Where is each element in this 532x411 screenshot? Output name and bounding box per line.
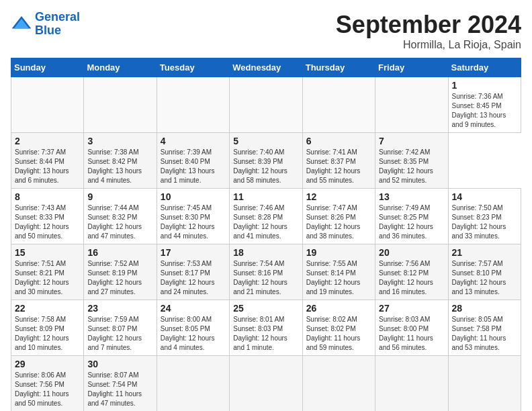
calendar-cell <box>84 77 157 133</box>
calendar-cell <box>448 356 521 412</box>
day-number: 11 <box>233 191 298 202</box>
day-info: Sunrise: 7:47 AM Sunset: 8:26 PM Dayligh… <box>306 203 371 241</box>
calendar-cell: 29Sunrise: 8:06 AM Sunset: 7:56 PM Dayli… <box>11 356 84 412</box>
calendar-table: SundayMondayTuesdayWednesdayThursdayFrid… <box>11 58 521 411</box>
day-info: Sunrise: 8:05 AM Sunset: 7:58 PM Dayligh… <box>452 315 517 353</box>
calendar-cell: 28Sunrise: 8:05 AM Sunset: 7:58 PM Dayli… <box>448 300 521 356</box>
calendar-cell <box>157 77 229 133</box>
dow-header-friday: Friday <box>375 58 448 77</box>
day-info: Sunrise: 7:37 AM Sunset: 8:44 PM Dayligh… <box>15 148 80 185</box>
dow-header-saturday: Saturday <box>448 58 521 77</box>
day-number: 9 <box>87 191 152 202</box>
day-number: 2 <box>15 136 80 146</box>
day-info: Sunrise: 7:49 AM Sunset: 8:25 PM Dayligh… <box>379 203 444 241</box>
day-info: Sunrise: 7:38 AM Sunset: 8:42 PM Dayligh… <box>87 148 152 185</box>
calendar-cell: 4Sunrise: 7:39 AM Sunset: 8:40 PM Daylig… <box>157 133 229 189</box>
logo-line1: General <box>35 10 80 24</box>
calendar-cell: 14Sunrise: 7:50 AM Sunset: 8:23 PM Dayli… <box>448 189 521 244</box>
logo: General Blue <box>11 11 80 38</box>
day-number: 17 <box>161 247 226 258</box>
dow-header-sunday: Sunday <box>11 58 84 77</box>
day-number: 18 <box>233 247 298 258</box>
day-info: Sunrise: 7:51 AM Sunset: 8:21 PM Dayligh… <box>15 259 80 297</box>
calendar-cell: 16Sunrise: 7:52 AM Sunset: 8:19 PM Dayli… <box>84 244 157 300</box>
day-number: 3 <box>87 136 152 146</box>
day-info: Sunrise: 7:52 AM Sunset: 8:19 PM Dayligh… <box>87 259 152 297</box>
calendar-cell: 19Sunrise: 7:55 AM Sunset: 8:14 PM Dayli… <box>302 244 375 300</box>
calendar-cell <box>302 77 375 133</box>
calendar-cell: 10Sunrise: 7:45 AM Sunset: 8:30 PM Dayli… <box>157 189 229 244</box>
day-info: Sunrise: 7:58 AM Sunset: 8:09 PM Dayligh… <box>15 315 80 353</box>
dow-header-monday: Monday <box>84 58 157 77</box>
month-title: September 2024 <box>336 11 521 39</box>
day-info: Sunrise: 7:42 AM Sunset: 8:35 PM Dayligh… <box>379 148 444 185</box>
calendar-cell: 7Sunrise: 7:42 AM Sunset: 8:35 PM Daylig… <box>375 133 448 189</box>
day-info: Sunrise: 8:02 AM Sunset: 8:02 PM Dayligh… <box>306 315 371 353</box>
day-number: 5 <box>233 136 298 146</box>
calendar-cell: 27Sunrise: 8:03 AM Sunset: 8:00 PM Dayli… <box>375 300 448 356</box>
calendar-cell: 6Sunrise: 7:41 AM Sunset: 8:37 PM Daylig… <box>302 133 375 189</box>
calendar-cell: 5Sunrise: 7:40 AM Sunset: 8:39 PM Daylig… <box>230 133 302 189</box>
calendar-cell <box>375 356 448 412</box>
day-info: Sunrise: 8:00 AM Sunset: 8:05 PM Dayligh… <box>161 315 226 353</box>
day-info: Sunrise: 8:06 AM Sunset: 7:56 PM Dayligh… <box>15 371 80 408</box>
dow-header-thursday: Thursday <box>302 58 375 77</box>
day-number: 16 <box>87 247 152 258</box>
day-number: 27 <box>379 303 444 314</box>
day-number: 26 <box>306 303 371 314</box>
day-info: Sunrise: 7:45 AM Sunset: 8:30 PM Dayligh… <box>161 203 226 241</box>
day-number: 8 <box>15 191 80 202</box>
day-number: 29 <box>15 359 80 369</box>
day-number: 20 <box>379 247 444 258</box>
calendar-cell: 21Sunrise: 7:57 AM Sunset: 8:10 PM Dayli… <box>448 244 521 300</box>
day-number: 15 <box>15 247 80 258</box>
calendar-cell <box>157 356 229 412</box>
day-info: Sunrise: 7:53 AM Sunset: 8:17 PM Dayligh… <box>161 259 226 297</box>
day-info: Sunrise: 7:46 AM Sunset: 8:28 PM Dayligh… <box>233 203 298 241</box>
day-info: Sunrise: 7:59 AM Sunset: 8:07 PM Dayligh… <box>87 315 152 353</box>
day-number: 24 <box>161 303 226 314</box>
calendar-cell: 20Sunrise: 7:56 AM Sunset: 8:12 PM Dayli… <box>375 244 448 300</box>
day-number: 13 <box>379 191 444 202</box>
calendar-cell: 26Sunrise: 8:02 AM Sunset: 8:02 PM Dayli… <box>302 300 375 356</box>
calendar-cell: 9Sunrise: 7:44 AM Sunset: 8:32 PM Daylig… <box>84 189 157 244</box>
calendar-cell: 1Sunrise: 7:36 AM Sunset: 8:45 PM Daylig… <box>448 77 521 133</box>
calendar-cell: 2Sunrise: 7:37 AM Sunset: 8:44 PM Daylig… <box>11 133 84 189</box>
calendar-cell: 3Sunrise: 7:38 AM Sunset: 8:42 PM Daylig… <box>84 133 157 189</box>
day-info: Sunrise: 7:54 AM Sunset: 8:16 PM Dayligh… <box>233 259 298 297</box>
day-number: 19 <box>306 247 371 258</box>
day-info: Sunrise: 7:55 AM Sunset: 8:14 PM Dayligh… <box>306 259 371 297</box>
calendar-cell <box>302 356 375 412</box>
calendar-cell: 11Sunrise: 7:46 AM Sunset: 8:28 PM Dayli… <box>230 189 302 244</box>
dow-header-tuesday: Tuesday <box>157 58 229 77</box>
header: General Blue September 2024 Hormilla, La… <box>11 11 521 51</box>
day-info: Sunrise: 7:50 AM Sunset: 8:23 PM Dayligh… <box>452 203 517 241</box>
day-number: 25 <box>233 303 298 314</box>
calendar-cell: 13Sunrise: 7:49 AM Sunset: 8:25 PM Dayli… <box>375 189 448 244</box>
calendar-cell <box>230 356 302 412</box>
day-info: Sunrise: 7:43 AM Sunset: 8:33 PM Dayligh… <box>15 203 80 241</box>
day-info: Sunrise: 7:56 AM Sunset: 8:12 PM Dayligh… <box>379 259 444 297</box>
calendar-cell: 17Sunrise: 7:53 AM Sunset: 8:17 PM Dayli… <box>157 244 229 300</box>
calendar-cell: 12Sunrise: 7:47 AM Sunset: 8:26 PM Dayli… <box>302 189 375 244</box>
logo-text: General Blue <box>35 11 80 38</box>
calendar-cell: 24Sunrise: 8:00 AM Sunset: 8:05 PM Dayli… <box>157 300 229 356</box>
calendar-cell <box>375 77 448 133</box>
logo-icon <box>11 13 32 35</box>
day-number: 28 <box>452 303 517 314</box>
calendar-cell: 22Sunrise: 7:58 AM Sunset: 8:09 PM Dayli… <box>11 300 84 356</box>
day-info: Sunrise: 7:57 AM Sunset: 8:10 PM Dayligh… <box>452 259 517 297</box>
day-number: 12 <box>306 191 371 202</box>
day-info: Sunrise: 7:41 AM Sunset: 8:37 PM Dayligh… <box>306 148 371 185</box>
day-info: Sunrise: 8:07 AM Sunset: 7:54 PM Dayligh… <box>87 371 152 408</box>
logo-line2: Blue <box>35 24 80 38</box>
day-number: 4 <box>161 136 226 146</box>
calendar-cell: 8Sunrise: 7:43 AM Sunset: 8:33 PM Daylig… <box>11 189 84 244</box>
calendar-cell: 15Sunrise: 7:51 AM Sunset: 8:21 PM Dayli… <box>11 244 84 300</box>
location-title: Hormilla, La Rioja, Spain <box>336 39 521 51</box>
calendar-cell <box>230 77 302 133</box>
day-info: Sunrise: 7:39 AM Sunset: 8:40 PM Dayligh… <box>161 148 226 185</box>
calendar-cell: 18Sunrise: 7:54 AM Sunset: 8:16 PM Dayli… <box>230 244 302 300</box>
day-info: Sunrise: 7:44 AM Sunset: 8:32 PM Dayligh… <box>87 203 152 241</box>
day-info: Sunrise: 7:40 AM Sunset: 8:39 PM Dayligh… <box>233 148 298 185</box>
